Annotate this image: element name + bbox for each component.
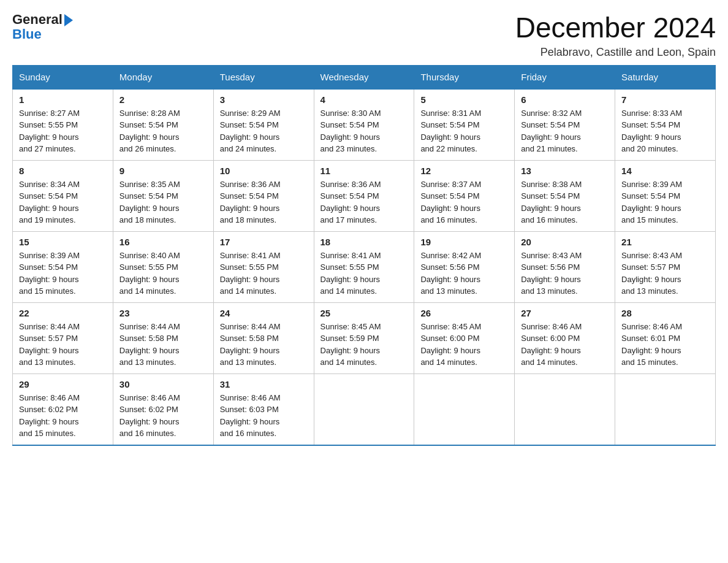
calendar-cell (314, 373, 414, 445)
day-number: 21 (621, 237, 709, 247)
calendar-cell: 6Sunrise: 8:32 AMSunset: 5:54 PMDaylight… (515, 89, 615, 161)
sunrise-info: Sunrise: 8:41 AMSunset: 5:55 PMDaylight:… (220, 250, 308, 297)
calendar-cell: 1Sunrise: 8:27 AMSunset: 5:55 PMDaylight… (13, 89, 113, 161)
calendar-header: SundayMondayTuesdayWednesdayThursdayFrid… (13, 65, 716, 89)
day-number: 18 (320, 237, 408, 247)
day-number: 7 (621, 94, 709, 105)
sunrise-info: Sunrise: 8:45 AMSunset: 6:00 PMDaylight:… (420, 321, 508, 369)
month-year-title: December 2024 (515, 12, 716, 44)
day-number: 26 (420, 308, 508, 318)
sunrise-info: Sunrise: 8:46 AMSunset: 6:00 PMDaylight:… (521, 321, 609, 369)
day-number: 13 (521, 166, 609, 176)
day-number: 11 (320, 166, 408, 176)
day-number: 5 (420, 94, 508, 105)
calendar-cell: 20Sunrise: 8:43 AMSunset: 5:56 PMDayligh… (515, 231, 615, 302)
sunrise-info: Sunrise: 8:43 AMSunset: 5:56 PMDaylight:… (521, 250, 609, 297)
calendar-cell: 28Sunrise: 8:46 AMSunset: 6:01 PMDayligh… (615, 302, 716, 373)
sunrise-info: Sunrise: 8:46 AMSunset: 6:03 PMDaylight:… (220, 392, 308, 440)
day-number: 10 (220, 166, 308, 176)
calendar-cell: 15Sunrise: 8:39 AMSunset: 5:54 PMDayligh… (13, 231, 113, 302)
sunrise-info: Sunrise: 8:34 AMSunset: 5:54 PMDaylight:… (19, 178, 107, 226)
sunrise-info: Sunrise: 8:44 AMSunset: 5:58 PMDaylight:… (220, 321, 308, 369)
sunrise-info: Sunrise: 8:46 AMSunset: 6:02 PMDaylight:… (19, 392, 107, 440)
title-block: December 2024 Pelabravo, Castille and Le… (515, 12, 716, 59)
calendar-cell: 18Sunrise: 8:41 AMSunset: 5:55 PMDayligh… (314, 231, 414, 302)
weekday-header-thursday: Thursday (414, 65, 515, 89)
calendar-body: 1Sunrise: 8:27 AMSunset: 5:55 PMDaylight… (13, 89, 716, 445)
logo-general-text: General (12, 12, 63, 27)
calendar-cell: 29Sunrise: 8:46 AMSunset: 6:02 PMDayligh… (13, 373, 113, 445)
sunrise-info: Sunrise: 8:36 AMSunset: 5:54 PMDaylight:… (320, 178, 408, 226)
calendar-cell: 26Sunrise: 8:45 AMSunset: 6:00 PMDayligh… (414, 302, 515, 373)
calendar-cell: 14Sunrise: 8:39 AMSunset: 5:54 PMDayligh… (615, 160, 716, 231)
sunrise-info: Sunrise: 8:36 AMSunset: 5:54 PMDaylight:… (220, 178, 308, 226)
calendar-cell: 22Sunrise: 8:44 AMSunset: 5:57 PMDayligh… (13, 302, 113, 373)
calendar-cell: 11Sunrise: 8:36 AMSunset: 5:54 PMDayligh… (314, 160, 414, 231)
calendar-table: SundayMondayTuesdayWednesdayThursdayFrid… (12, 65, 716, 446)
calendar-cell: 9Sunrise: 8:35 AMSunset: 5:54 PMDaylight… (113, 160, 213, 231)
day-number: 4 (320, 94, 408, 105)
sunrise-info: Sunrise: 8:44 AMSunset: 5:58 PMDaylight:… (119, 321, 207, 369)
day-number: 27 (521, 308, 609, 318)
page-header: General Blue December 2024 Pelabravo, Ca… (12, 12, 716, 59)
weekday-header-saturday: Saturday (615, 65, 716, 89)
day-number: 6 (521, 94, 609, 105)
weekday-header-row: SundayMondayTuesdayWednesdayThursdayFrid… (13, 65, 716, 89)
calendar-cell: 27Sunrise: 8:46 AMSunset: 6:00 PMDayligh… (515, 302, 615, 373)
calendar-week-3: 15Sunrise: 8:39 AMSunset: 5:54 PMDayligh… (13, 231, 716, 302)
sunrise-info: Sunrise: 8:29 AMSunset: 5:54 PMDaylight:… (220, 107, 308, 155)
calendar-cell: 30Sunrise: 8:46 AMSunset: 6:02 PMDayligh… (113, 373, 213, 445)
calendar-cell: 10Sunrise: 8:36 AMSunset: 5:54 PMDayligh… (213, 160, 314, 231)
sunrise-info: Sunrise: 8:39 AMSunset: 5:54 PMDaylight:… (19, 250, 107, 297)
location-subtitle: Pelabravo, Castille and Leon, Spain (515, 46, 716, 59)
sunrise-info: Sunrise: 8:44 AMSunset: 5:57 PMDaylight:… (19, 321, 107, 369)
calendar-week-2: 8Sunrise: 8:34 AMSunset: 5:54 PMDaylight… (13, 160, 716, 231)
sunrise-info: Sunrise: 8:46 AMSunset: 6:02 PMDaylight:… (119, 392, 207, 440)
sunrise-info: Sunrise: 8:46 AMSunset: 6:01 PMDaylight:… (621, 321, 709, 369)
calendar-cell: 4Sunrise: 8:30 AMSunset: 5:54 PMDaylight… (314, 89, 414, 161)
calendar-cell: 13Sunrise: 8:38 AMSunset: 5:54 PMDayligh… (515, 160, 615, 231)
sunrise-info: Sunrise: 8:33 AMSunset: 5:54 PMDaylight:… (621, 107, 709, 155)
sunrise-info: Sunrise: 8:42 AMSunset: 5:56 PMDaylight:… (420, 250, 508, 297)
calendar-cell: 25Sunrise: 8:45 AMSunset: 5:59 PMDayligh… (314, 302, 414, 373)
calendar-cell: 21Sunrise: 8:43 AMSunset: 5:57 PMDayligh… (615, 231, 716, 302)
day-number: 8 (19, 166, 107, 176)
calendar-cell: 12Sunrise: 8:37 AMSunset: 5:54 PMDayligh… (414, 160, 515, 231)
weekday-header-tuesday: Tuesday (213, 65, 314, 89)
day-number: 1 (19, 94, 107, 105)
calendar-cell: 19Sunrise: 8:42 AMSunset: 5:56 PMDayligh… (414, 231, 515, 302)
sunrise-info: Sunrise: 8:38 AMSunset: 5:54 PMDaylight:… (521, 178, 609, 226)
calendar-cell (615, 373, 716, 445)
day-number: 20 (521, 237, 609, 247)
sunrise-info: Sunrise: 8:27 AMSunset: 5:55 PMDaylight:… (19, 107, 107, 155)
calendar-week-1: 1Sunrise: 8:27 AMSunset: 5:55 PMDaylight… (13, 89, 716, 161)
day-number: 3 (220, 94, 308, 105)
weekday-header-monday: Monday (113, 65, 213, 89)
day-number: 14 (621, 166, 709, 176)
sunrise-info: Sunrise: 8:28 AMSunset: 5:54 PMDaylight:… (119, 107, 207, 155)
sunrise-info: Sunrise: 8:37 AMSunset: 5:54 PMDaylight:… (420, 178, 508, 226)
day-number: 22 (19, 308, 107, 318)
weekday-header-sunday: Sunday (13, 65, 113, 89)
logo: General Blue (12, 12, 73, 42)
day-number: 2 (119, 94, 207, 105)
sunrise-info: Sunrise: 8:41 AMSunset: 5:55 PMDaylight:… (320, 250, 408, 297)
calendar-cell: 2Sunrise: 8:28 AMSunset: 5:54 PMDaylight… (113, 89, 213, 161)
calendar-cell: 8Sunrise: 8:34 AMSunset: 5:54 PMDaylight… (13, 160, 113, 231)
logo-arrow-icon (64, 14, 73, 26)
weekday-header-friday: Friday (515, 65, 615, 89)
day-number: 25 (320, 308, 408, 318)
day-number: 23 (119, 308, 207, 318)
calendar-week-5: 29Sunrise: 8:46 AMSunset: 6:02 PMDayligh… (13, 373, 716, 445)
logo-blue-text: Blue (12, 26, 42, 42)
sunrise-info: Sunrise: 8:35 AMSunset: 5:54 PMDaylight:… (119, 178, 207, 226)
day-number: 24 (220, 308, 308, 318)
calendar-cell: 3Sunrise: 8:29 AMSunset: 5:54 PMDaylight… (213, 89, 314, 161)
day-number: 19 (420, 237, 508, 247)
day-number: 31 (220, 379, 308, 389)
calendar-cell: 16Sunrise: 8:40 AMSunset: 5:55 PMDayligh… (113, 231, 213, 302)
day-number: 17 (220, 237, 308, 247)
day-number: 30 (119, 379, 207, 389)
calendar-cell (515, 373, 615, 445)
calendar-cell: 17Sunrise: 8:41 AMSunset: 5:55 PMDayligh… (213, 231, 314, 302)
